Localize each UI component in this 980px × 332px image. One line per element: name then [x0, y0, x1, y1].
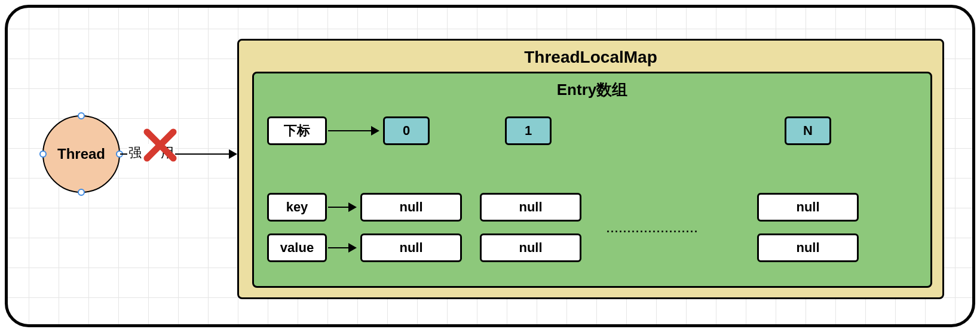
value-cell-n: null	[757, 233, 859, 262]
threadlocalmap-box: ThreadLocalMap Entry数组 下标 0 1 N key	[237, 39, 944, 299]
index-cell-0: 0	[383, 116, 430, 145]
key-cell-0: null	[360, 193, 462, 222]
diagram-frame: Thread 强 用 ThreadLocalMap Entry数组 下标 0	[5, 5, 975, 327]
entry-title: Entry数组	[254, 79, 930, 100]
index-cell-n: N	[785, 116, 831, 145]
index-cell-1: 1	[505, 116, 552, 145]
value-cell-0: null	[360, 233, 462, 262]
ellipsis: ......................	[607, 223, 699, 235]
key-label-box: key	[267, 193, 327, 222]
key-cell-n: null	[757, 193, 859, 222]
resize-handle-bottom	[78, 189, 85, 196]
index-label-box: 下标	[267, 116, 327, 145]
thread-label: Thread	[57, 146, 105, 162]
arrowhead-icon	[348, 202, 357, 212]
arrow-line	[328, 247, 351, 248]
key-cell-1: null	[480, 193, 581, 222]
value-label-box: value	[267, 233, 327, 262]
arrow-line	[328, 207, 351, 208]
arrowhead-icon	[229, 149, 237, 159]
reference-label: 强 用	[127, 144, 175, 162]
arrowhead-icon	[371, 126, 379, 136]
arrow-line	[328, 130, 373, 131]
entry-array-box: Entry数组 下标 0 1 N key null	[252, 72, 932, 288]
value-cell-1: null	[480, 233, 581, 262]
resize-handle-left	[39, 150, 47, 158]
resize-handle-top	[78, 112, 85, 119]
thread-node: Thread	[42, 115, 120, 193]
map-title: ThreadLocalMap	[239, 48, 942, 67]
arrowhead-icon	[348, 243, 357, 253]
